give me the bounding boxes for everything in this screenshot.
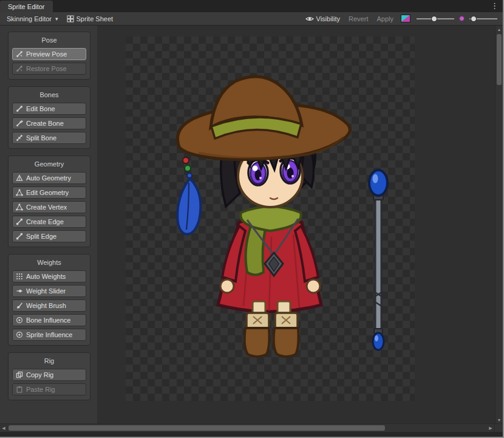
button-label: Split Bone (26, 134, 56, 142)
create-vertex-icon (16, 204, 23, 211)
split-bone-icon (16, 134, 23, 142)
copy-rig-icon (16, 371, 23, 378)
visibility-toggle[interactable]: Visibility (301, 12, 345, 25)
button-label: Copy Rig (26, 371, 53, 378)
sprite-texture-area[interactable] (126, 36, 415, 401)
weight-brush-icon (16, 302, 23, 309)
kebab-menu-icon[interactable]: ⋮ (491, 1, 499, 10)
auto-geometry-button[interactable]: Auto Geometry (12, 172, 86, 184)
slider-knob[interactable] (431, 16, 437, 22)
scroll-down-icon[interactable]: ▼ (495, 416, 503, 423)
panel-pose: Pose Preview Pose Restore Pose (8, 32, 90, 80)
vertical-scroll-track[interactable] (495, 33, 503, 416)
mesh-opacity-slider[interactable] (417, 15, 454, 22)
weight-slider-icon (16, 287, 23, 295)
sprite-influence-button[interactable]: Sprite Influence (12, 329, 86, 341)
eye-icon (305, 16, 314, 22)
panel-rig: Rig Copy Rig Paste Rig (8, 352, 90, 400)
button-label: Create Vertex (26, 204, 67, 211)
chevron-down-icon: ▾ (55, 16, 58, 22)
preview-pose-icon (16, 50, 23, 58)
panel-weights: Weights Auto Weights Weight Slider Weigh… (8, 254, 90, 346)
panel-geometry: Geometry Auto Geometry Edit Geometry Cre… (8, 156, 90, 247)
paste-rig-icon (16, 386, 23, 393)
revert-label: Revert (349, 15, 368, 22)
split-edge-button[interactable]: Split Edge (12, 230, 86, 242)
button-label: Weight Brush (26, 302, 66, 309)
create-edge-icon (16, 218, 23, 225)
overlay-color-icon[interactable] (401, 15, 410, 22)
create-bone-button[interactable]: Create Bone (12, 117, 86, 129)
panel-title: Pose (10, 36, 88, 44)
horizontal-scroll-track[interactable] (7, 424, 487, 432)
tool-sidebar: Pose Preview Pose Restore Pose Bones Edi… (0, 26, 97, 423)
apply-label: Apply (376, 15, 393, 22)
button-label: Bone Influence (26, 317, 70, 324)
bone-influence-icon (16, 317, 23, 324)
bone-opacity-slider[interactable] (469, 15, 497, 22)
create-edge-button[interactable]: Create Edge (12, 216, 86, 228)
staff-sprite[interactable] (369, 170, 387, 350)
edit-geometry-button[interactable]: Edit Geometry (12, 186, 86, 199)
scroll-left-icon[interactable]: ◀ (0, 426, 7, 431)
sprite-editor-window: Sprite Editor ⋮ Skinning Editor ▾ Sprite… (0, 0, 504, 438)
bone-influence-button[interactable]: Bone Influence (12, 314, 86, 326)
tab-sprite-editor[interactable]: Sprite Editor (0, 1, 53, 12)
create-bone-icon (16, 120, 23, 127)
button-label: Auto Geometry (26, 174, 71, 182)
tab-bar: Sprite Editor ⋮ (0, 0, 503, 12)
vertical-scrollbar[interactable]: ▲ ▼ (495, 26, 503, 423)
sprite-sheet-label: Sprite Sheet (77, 15, 114, 22)
button-label: Auto Weights (26, 273, 66, 280)
button-label: Create Bone (26, 120, 64, 127)
button-label: Restore Pose (26, 65, 67, 72)
auto-geometry-icon (16, 174, 23, 182)
vertical-scroll-thumb[interactable] (497, 34, 502, 85)
panel-title: Geometry (10, 160, 88, 168)
panel-title: Rig (10, 357, 88, 364)
restore-pose-icon (16, 65, 23, 72)
weight-slider-button[interactable]: Weight Slider (12, 285, 86, 297)
edit-geometry-icon (16, 189, 23, 196)
button-label: Split Edge (26, 233, 56, 240)
edit-bone-button[interactable]: Edit Bone (12, 103, 86, 115)
character-sprite[interactable] (177, 77, 350, 357)
revert-button[interactable]: Revert (344, 12, 372, 25)
button-label: Create Edge (26, 218, 64, 225)
preview-pose-button[interactable]: Preview Pose (12, 48, 86, 60)
sprite-sheet-button[interactable]: Sprite Sheet (63, 12, 118, 25)
sprite-canvas[interactable] (97, 26, 495, 423)
button-label: Edit Bone (26, 105, 55, 112)
sprite-influence-icon (16, 331, 23, 338)
scroll-up-icon[interactable]: ▲ (495, 26, 503, 33)
sprite-sheet-icon (67, 15, 74, 22)
main-area: Pose Preview Pose Restore Pose Bones Edi… (0, 26, 503, 423)
slider-knob[interactable] (471, 16, 477, 22)
panel-title: Weights (10, 259, 88, 266)
visibility-label: Visibility (316, 15, 341, 22)
panel-title: Bones (10, 91, 88, 98)
paste-rig-button[interactable]: Paste Rig (12, 383, 86, 395)
edit-bone-icon (16, 105, 23, 112)
copy-rig-button[interactable]: Copy Rig (12, 369, 86, 381)
restore-pose-button[interactable]: Restore Pose (12, 63, 86, 75)
horizontal-scrollbar-row: ◀ ▶ (0, 423, 503, 432)
horizontal-scrollbar[interactable]: ◀ ▶ (0, 424, 494, 432)
button-label: Sprite Influence (26, 331, 72, 338)
scroll-right-icon[interactable]: ▶ (487, 426, 494, 431)
window-bottom-strip (0, 432, 503, 437)
scrollbar-corner (494, 424, 503, 432)
horizontal-scroll-thumb[interactable] (9, 425, 385, 431)
create-vertex-button[interactable]: Create Vertex (12, 201, 86, 213)
skinning-editor-dropdown[interactable]: Skinning Editor ▾ (2, 12, 63, 25)
apply-button[interactable]: Apply (372, 12, 398, 25)
weight-brush-button[interactable]: Weight Brush (12, 299, 86, 312)
sprite-artwork (126, 36, 415, 401)
split-bone-button[interactable]: Split Bone (12, 132, 86, 144)
split-edge-icon (16, 233, 23, 240)
auto-weights-button[interactable]: Auto Weights (12, 270, 86, 282)
bone-color-dot[interactable] (459, 16, 465, 21)
button-label: Preview Pose (26, 50, 67, 58)
panel-bones: Bones Edit Bone Create Bone Split Bone (8, 86, 90, 149)
auto-weights-icon (16, 273, 23, 280)
